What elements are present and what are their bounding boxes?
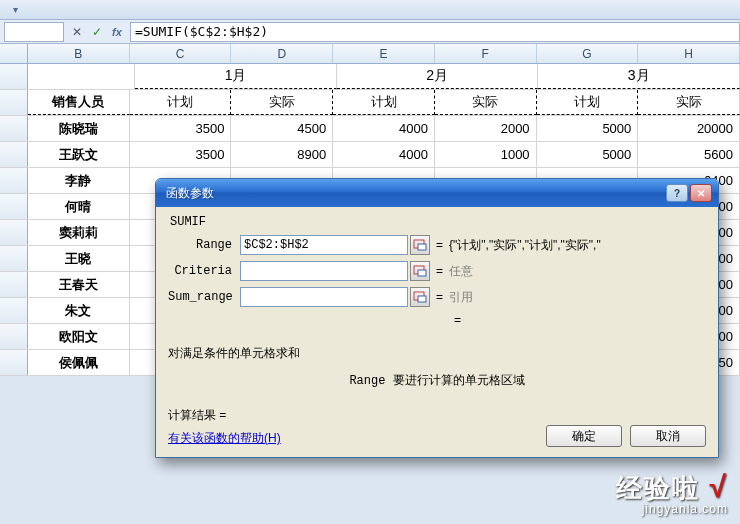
sub-header-plan: 计划 — [333, 90, 435, 115]
calculation-result: 计算结果 = — [168, 407, 706, 424]
criteria-result: 任意 — [449, 263, 473, 280]
cancel-formula-btn[interactable]: ✕ — [68, 23, 86, 41]
help-button[interactable]: ? — [666, 184, 688, 202]
data-cell[interactable]: 3500 — [130, 142, 232, 167]
equals-sign: = — [436, 264, 443, 278]
accept-formula-btn[interactable]: ✓ — [88, 23, 106, 41]
sub-header-actual: 实际 — [638, 90, 740, 115]
criteria-input[interactable] — [240, 261, 408, 281]
name-cell[interactable]: 李静 — [28, 168, 130, 193]
month-header: 2月 — [337, 64, 539, 89]
quick-access-toolbar: ▾ — [0, 0, 740, 20]
col-header[interactable]: F — [435, 44, 537, 63]
month-header: 1月 — [135, 64, 337, 89]
row-header[interactable] — [0, 142, 28, 167]
row-header[interactable] — [0, 194, 28, 219]
ok-button[interactable]: 确定 — [546, 425, 622, 447]
name-cell[interactable]: 陈晓瑞 — [28, 116, 130, 141]
col-header[interactable]: H — [638, 44, 740, 63]
column-headers: B C D E F G H — [0, 44, 740, 64]
formula-bar: ✕ ✓ fx — [0, 20, 740, 44]
param-label-criteria: Criteria — [168, 264, 240, 278]
name-box[interactable] — [4, 22, 64, 42]
row-header[interactable] — [0, 116, 28, 141]
col-header[interactable]: C — [130, 44, 232, 63]
sub-header-plan: 计划 — [537, 90, 639, 115]
function-arguments-dialog: 函数参数 ? ✕ SUMIF Range = {"计划","实际","计划","… — [155, 178, 719, 458]
data-cell[interactable]: 5000 — [537, 116, 639, 141]
month-header: 3月 — [538, 64, 740, 89]
check-icon: √ — [710, 470, 728, 503]
fx-button[interactable]: fx — [108, 23, 126, 41]
row-header[interactable] — [0, 324, 28, 349]
range-ref-button[interactable] — [410, 235, 430, 255]
data-cell[interactable]: 4000 — [333, 142, 435, 167]
col-header[interactable]: G — [537, 44, 639, 63]
formula-input[interactable] — [130, 22, 740, 42]
cancel-button[interactable]: 取消 — [630, 425, 706, 447]
data-cell[interactable]: 3500 — [130, 116, 232, 141]
data-cell[interactable]: 2000 — [435, 116, 537, 141]
col-header[interactable]: D — [231, 44, 333, 63]
name-cell[interactable]: 王跃文 — [28, 142, 130, 167]
dialog-title: 函数参数 — [162, 185, 664, 202]
sub-header-plan: 计划 — [130, 90, 232, 115]
svg-rect-5 — [418, 296, 426, 302]
svg-rect-3 — [418, 270, 426, 276]
param-label-sumrange: Sum_range — [168, 290, 240, 304]
name-cell[interactable]: 何晴 — [28, 194, 130, 219]
data-cell[interactable]: 20000 — [638, 116, 740, 141]
data-cell[interactable]: 8900 — [231, 142, 333, 167]
param-label-range: Range — [168, 238, 240, 252]
criteria-ref-button[interactable] — [410, 261, 430, 281]
table-row: 王跃文350089004000100050005600 — [0, 142, 740, 168]
sumrange-input[interactable] — [240, 287, 408, 307]
equals-sign: = — [436, 238, 443, 252]
data-cell[interactable]: 1000 — [435, 142, 537, 167]
function-name: SUMIF — [170, 215, 706, 229]
name-cell[interactable]: 侯佩佩 — [28, 350, 130, 375]
name-cell[interactable]: 朱文 — [28, 298, 130, 323]
data-cell[interactable]: 4000 — [333, 116, 435, 141]
equals-sign: = — [436, 290, 443, 304]
sumrange-result: 引用 — [449, 289, 473, 306]
data-cell[interactable]: 5600 — [638, 142, 740, 167]
row-header[interactable] — [0, 90, 28, 115]
sales-person-header: 销售人员 — [28, 90, 130, 115]
name-cell[interactable]: 王晓 — [28, 246, 130, 271]
row-header[interactable] — [0, 168, 28, 193]
range-input[interactable] — [240, 235, 408, 255]
table-row: 1月 2月 3月 — [0, 64, 740, 90]
data-cell[interactable]: 4500 — [231, 116, 333, 141]
range-result: {"计划","实际","计划","实际"," — [449, 237, 601, 254]
col-header[interactable]: E — [333, 44, 435, 63]
dropdown-icon[interactable]: ▾ — [8, 3, 22, 17]
col-header[interactable]: B — [28, 44, 130, 63]
row-header[interactable] — [0, 220, 28, 245]
close-button[interactable]: ✕ — [690, 184, 712, 202]
sales-person-header — [28, 64, 135, 89]
function-help-link[interactable]: 有关该函数的帮助(H) — [168, 430, 281, 447]
equals-sign: = — [454, 313, 700, 327]
svg-rect-1 — [418, 244, 426, 250]
sub-header-actual: 实际 — [435, 90, 537, 115]
row-header[interactable] — [0, 272, 28, 297]
row-header[interactable] — [0, 64, 28, 89]
watermark: 经验啦 √ jingyanla.com — [616, 470, 728, 516]
name-cell[interactable]: 欧阳文 — [28, 324, 130, 349]
name-cell[interactable]: 王春天 — [28, 272, 130, 297]
sub-header-actual: 实际 — [231, 90, 333, 115]
data-cell[interactable]: 5000 — [537, 142, 639, 167]
param-description: Range 要进行计算的单元格区域 — [168, 372, 706, 389]
table-row: 陈晓瑞3500450040002000500020000 — [0, 116, 740, 142]
sumrange-ref-button[interactable] — [410, 287, 430, 307]
row-header[interactable] — [0, 298, 28, 323]
watermark-text: 经验啦 — [616, 473, 700, 503]
row-header[interactable] — [0, 350, 28, 375]
dialog-titlebar[interactable]: 函数参数 ? ✕ — [156, 179, 718, 207]
name-cell[interactable]: 窦莉莉 — [28, 220, 130, 245]
table-row: 销售人员 计划 实际 计划 实际 计划 实际 — [0, 90, 740, 116]
row-header[interactable] — [0, 246, 28, 271]
function-description: 对满足条件的单元格求和 — [168, 345, 706, 362]
select-all-corner[interactable] — [0, 44, 28, 63]
